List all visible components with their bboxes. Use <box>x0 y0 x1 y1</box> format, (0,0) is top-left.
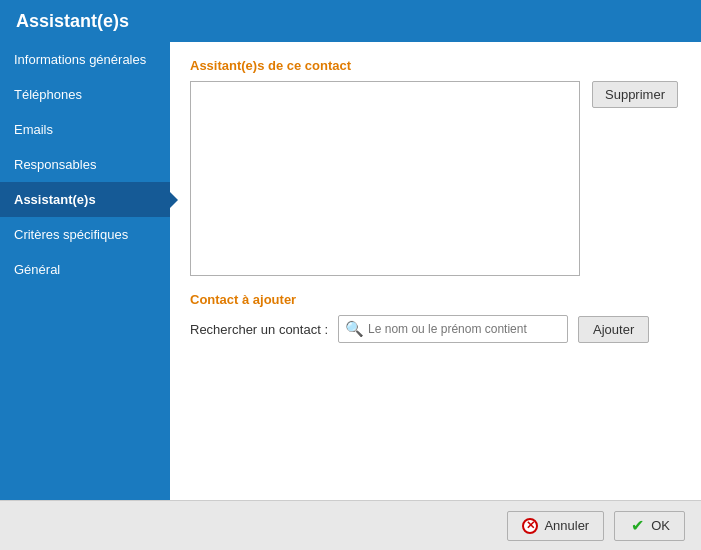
rechercher-label: Rechercher un contact : <box>190 322 328 337</box>
ok-label: OK <box>651 518 670 533</box>
sidebar-item-criteres-specifiques[interactable]: Critères spécifiques <box>0 217 170 252</box>
sidebar-item-informations-generales[interactable]: Informations générales <box>0 42 170 77</box>
top-row: Supprimer <box>190 81 681 276</box>
contact-section: Contact à ajouter Rechercher un contact … <box>190 292 681 343</box>
main-layout: Informations générales Téléphones Emails… <box>0 42 701 500</box>
assistants-section: Assitant(e)s de ce contact Supprimer <box>190 58 681 276</box>
sidebar-item-telephones[interactable]: Téléphones <box>0 77 170 112</box>
assistants-listbox[interactable] <box>190 81 580 276</box>
sidebar-item-responsables[interactable]: Responsables <box>0 147 170 182</box>
header-title: Assistant(e)s <box>16 11 129 32</box>
content-area: Assitant(e)s de ce contact Supprimer Con… <box>170 42 701 500</box>
ok-icon: ✔ <box>629 518 645 534</box>
annuler-label: Annuler <box>544 518 589 533</box>
ok-button[interactable]: ✔ OK <box>614 511 685 541</box>
sidebar-item-emails[interactable]: Emails <box>0 112 170 147</box>
sidebar-item-general[interactable]: Général <box>0 252 170 287</box>
ajouter-button[interactable]: Ajouter <box>578 316 649 343</box>
app-header: Assistant(e)s <box>0 0 701 42</box>
cancel-icon: ✕ <box>522 518 538 534</box>
sidebar-item-assistants[interactable]: Assistant(e)s <box>0 182 170 217</box>
supprimer-button[interactable]: Supprimer <box>592 81 678 108</box>
add-contact-row: Rechercher un contact : 🔍 Ajouter <box>190 315 681 343</box>
sidebar: Informations générales Téléphones Emails… <box>0 42 170 500</box>
search-icon: 🔍 <box>345 320 364 338</box>
search-wrapper: 🔍 <box>338 315 568 343</box>
search-input[interactable] <box>368 322 561 336</box>
assistants-section-title: Assitant(e)s de ce contact <box>190 58 681 73</box>
contact-section-title: Contact à ajouter <box>190 292 681 307</box>
footer: ✕ Annuler ✔ OK <box>0 500 701 550</box>
annuler-button[interactable]: ✕ Annuler <box>507 511 604 541</box>
